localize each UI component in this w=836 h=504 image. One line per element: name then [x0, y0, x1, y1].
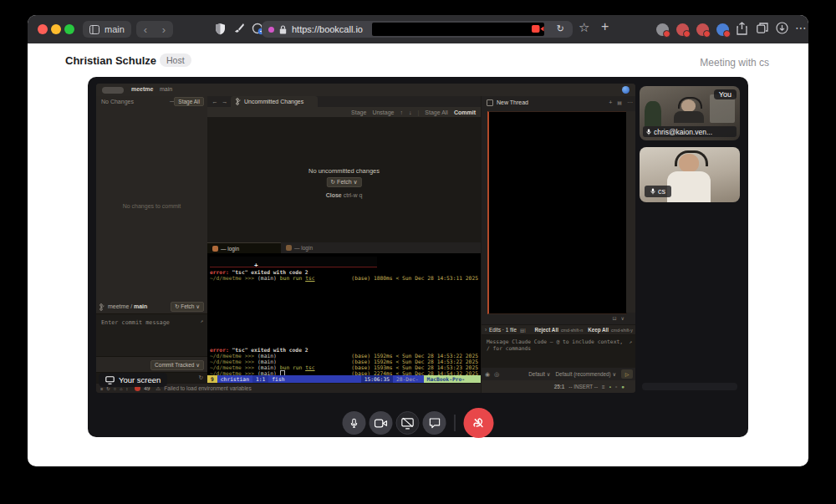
back-icon[interactable]: ‹	[144, 23, 147, 36]
bookmark-star-icon[interactable]: ☆	[579, 21, 589, 34]
address-bar[interactable]: https://bookcall.io ↻	[262, 21, 573, 38]
extension-1-icon[interactable]	[656, 23, 669, 36]
context-icon[interactable]: ◉	[485, 371, 490, 378]
plant-decor	[645, 101, 661, 126]
new-tab-icon[interactable]: +	[601, 20, 609, 33]
chat-button[interactable]	[423, 411, 446, 435]
send-button[interactable]: ▷	[621, 369, 633, 379]
you-badge: You	[714, 89, 737, 99]
participant-name: cs	[658, 187, 665, 196]
tab-group[interactable]: main	[83, 21, 131, 38]
sidebar-icon	[89, 25, 99, 34]
reject-all-button[interactable]: Reject All	[534, 327, 558, 333]
model-selector[interactable]: Default ∨	[528, 371, 550, 377]
collapse-thread-icon[interactable]: ∨	[621, 315, 624, 321]
list-icon[interactable]: ≡	[602, 384, 605, 389]
minimize-window-button[interactable]	[51, 24, 61, 34]
expand-icon[interactable]: ↗	[200, 318, 203, 323]
extension-3-icon[interactable]	[696, 23, 709, 36]
more-menu-icon[interactable]: ⋯	[795, 21, 807, 34]
downloads-icon[interactable]	[776, 22, 788, 34]
redacted-terminal-content	[210, 257, 377, 267]
meeting-title: Meeting with cs	[700, 57, 769, 69]
keep-all-button[interactable]: Keep All	[588, 327, 609, 333]
share-icon[interactable]	[737, 22, 747, 35]
undo-icon[interactable]: ↻	[199, 374, 203, 381]
edits-bar: › Edits · 1 file ▤| Reject All cmd-shift…	[482, 324, 635, 335]
history-forward-icon[interactable]: →	[222, 98, 228, 105]
customize-icon[interactable]	[233, 23, 245, 34]
thread-scrollbar[interactable]	[626, 111, 635, 313]
shared-window-title: meetme	[131, 86, 153, 92]
microphone-icon	[349, 417, 360, 430]
privacy-shield-icon[interactable]	[215, 23, 226, 35]
commit-message-input[interactable]: Enter commit message ↗	[96, 313, 207, 357]
reload-icon[interactable]: ↻	[557, 23, 564, 34]
zoom-window-button[interactable]	[64, 24, 74, 34]
unstage-button[interactable]: Unstage	[372, 109, 394, 115]
prev-hunk-icon[interactable]: ↑	[400, 109, 403, 115]
attach-icon[interactable]: ◎	[494, 371, 499, 378]
extension-4-icon[interactable]	[716, 23, 729, 36]
edits-chevron-icon[interactable]: ›	[485, 327, 487, 333]
shared-window-subtitle: main	[160, 86, 172, 92]
git-sidebar: No Changes — Stage All No changes to com…	[96, 96, 208, 383]
terminal-tab-2-label: — login	[294, 245, 313, 251]
error-message: "tsc" exited with code 2	[229, 347, 308, 353]
new-thread-icon[interactable]: +	[609, 99, 612, 105]
claude-message-input[interactable]: Message Claude Code — @ to include conte…	[482, 335, 635, 368]
shared-screen: meetme main No Changes — Stage All No ch…	[96, 84, 635, 393]
headphones	[678, 97, 702, 109]
tab-overview-icon[interactable]	[757, 23, 768, 33]
commit-tracked-button[interactable]: Commit Tracked ∨	[150, 360, 204, 370]
stage-all-sidebar-button[interactable]: Stage All	[174, 97, 204, 106]
fish-status-bar: 9 christian 1:1 fish /Users/christian/de…	[207, 375, 481, 383]
fetch-button[interactable]: ↻ Fetch ∨	[326, 177, 361, 187]
fetch-sidebar-button[interactable]: ↻ Fetch ∨	[171, 302, 204, 312]
url-text: https://bookcall.io	[292, 24, 363, 34]
warning-text: Failed to load environment variables	[164, 385, 251, 391]
claude-input-footer: ◉◎ Default ∨ Default (recommended) ∨ ▷	[482, 368, 635, 380]
extension-2-icon[interactable]	[676, 23, 689, 36]
prompt-path: ~/d/meetme >>>	[210, 275, 254, 281]
side-panel-scrollbar[interactable]	[642, 383, 737, 390]
input-expand-icon[interactable]: ↗	[629, 339, 632, 345]
repo-name[interactable]: meetme /	[108, 303, 132, 309]
mic-toggle-button[interactable]	[343, 411, 366, 435]
stage-toolbar: Stage Unstage ↑ ↓ | Stage All Commit	[207, 107, 481, 117]
panel-icon[interactable]: ▤	[617, 99, 622, 105]
next-hunk-icon[interactable]: ↓	[409, 109, 412, 115]
terminal-tab-1[interactable]: — login	[207, 242, 281, 253]
stop-screen-share-button[interactable]	[396, 411, 420, 435]
window-controls-blur	[102, 87, 124, 94]
history-back-icon[interactable]: ←	[212, 98, 218, 105]
terminal-pane-1[interactable]: + error: "tsc" exited with code 2 ~/d/me…	[207, 253, 481, 320]
forward-icon[interactable]: ›	[162, 23, 166, 36]
terminal-pane-2[interactable]: error: "tsc" exited with code 2 ~/d/meet…	[207, 320, 481, 375]
tab-uncommitted-changes[interactable]: Uncommitted Changes	[231, 96, 318, 107]
thread-more-icon[interactable]: ⋯	[627, 99, 633, 106]
thread-title: New Thread	[497, 99, 528, 105]
time-segment: 15:06:35	[361, 375, 393, 383]
stage-all-button[interactable]: Stage All	[425, 109, 448, 115]
terminal-tab-2[interactable]: — login	[281, 242, 354, 253]
repo-row: meetme / main ↻ Fetch ∨	[96, 302, 207, 313]
mode-selector[interactable]: Default (recommended) ∨	[555, 371, 616, 377]
leave-call-button[interactable]	[464, 408, 494, 438]
camera-toggle-button[interactable]	[370, 411, 393, 435]
no-uncommitted-message: No uncommitted changes	[207, 167, 481, 175]
commit-button[interactable]: Commit	[454, 109, 476, 115]
participant-tile-you[interactable]: You chris@kaion.ven...	[640, 86, 740, 140]
changes-tab-icon	[236, 98, 242, 105]
popout-icon[interactable]: ⊡	[613, 315, 617, 321]
branch-name[interactable]: main	[134, 303, 147, 309]
stage-button[interactable]: Stage	[351, 109, 366, 115]
close-window-button[interactable]	[38, 24, 48, 34]
participant-tile-cs[interactable]: cs	[640, 147, 740, 202]
participant-name: chris@kaion.ven...	[654, 128, 712, 136]
thread-icon	[487, 99, 493, 106]
participant-shoulders	[674, 111, 704, 123]
cursor-position: 25:1	[554, 384, 565, 389]
camera-active-icon[interactable]	[532, 24, 544, 33]
your-screen-label: Your screen	[119, 375, 161, 384]
